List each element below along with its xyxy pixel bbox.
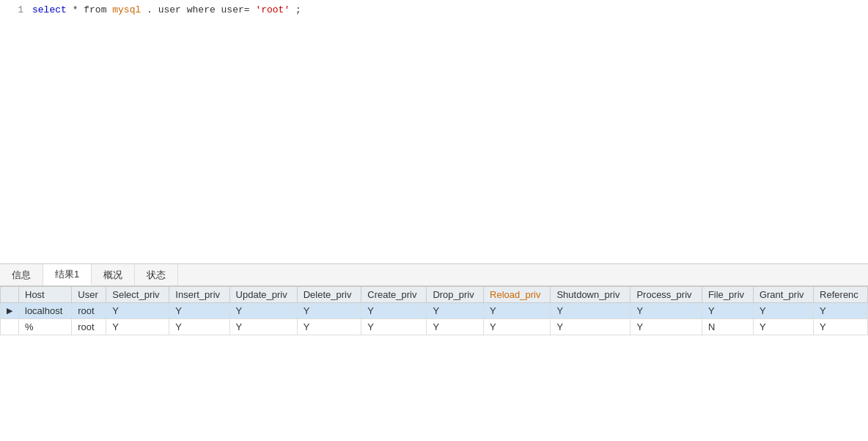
- table-row[interactable]: %rootYYYYYYYYYNYY: [1, 319, 868, 335]
- cell-select_priv: Y: [106, 303, 169, 319]
- cell-grant_priv: Y: [753, 319, 813, 335]
- cell-host: %: [19, 319, 72, 335]
- cell-shutdown_priv: Y: [551, 319, 630, 335]
- cell-update_priv: Y: [229, 319, 297, 335]
- cell-file_priv: Y: [702, 303, 753, 319]
- tab-overview[interactable]: 概况: [92, 264, 135, 285]
- col-header-update-priv: Update_priv: [229, 287, 297, 303]
- cell-host: localhost: [19, 303, 72, 319]
- col-header-process-priv: Process_priv: [630, 287, 702, 303]
- col-header-grant-priv: Grant_priv: [753, 287, 813, 303]
- cell-insert_priv: Y: [169, 319, 229, 335]
- results-table-container[interactable]: Host User Select_priv Insert_priv Update…: [0, 286, 868, 441]
- sql-editor[interactable]: 1 select * from mysql . user where user=…: [0, 0, 868, 264]
- tab-status[interactable]: 状态: [135, 264, 178, 285]
- cell-drop_priv: Y: [427, 319, 484, 335]
- cell-update_priv: Y: [229, 303, 297, 319]
- table-header-row: Host User Select_priv Insert_priv Update…: [1, 287, 868, 303]
- col-header-user: User: [72, 287, 106, 303]
- col-header-host: Host: [19, 287, 72, 303]
- cell-reload_priv: Y: [484, 319, 551, 335]
- cell-referenc: Y: [814, 303, 868, 319]
- col-header-file-priv: File_priv: [702, 287, 753, 303]
- sql-table: user: [158, 4, 181, 15]
- sql-string-value: 'root': [255, 4, 290, 15]
- cell-user: root: [72, 303, 106, 319]
- col-header-insert-priv: Insert_priv: [169, 287, 229, 303]
- cell-select_priv: Y: [106, 319, 169, 335]
- col-header-drop-priv: Drop_priv: [427, 287, 484, 303]
- cell-indicator: ▶: [1, 303, 19, 319]
- sql-where: where user=: [187, 4, 250, 15]
- tabs-bar: 信息 结果1 概况 状态: [0, 264, 868, 286]
- cell-insert_priv: Y: [169, 303, 229, 319]
- cell-delete_priv: Y: [297, 319, 361, 335]
- results-table: Host User Select_priv Insert_priv Update…: [0, 286, 868, 335]
- cell-delete_priv: Y: [297, 303, 361, 319]
- cell-create_priv: Y: [361, 319, 427, 335]
- tab-info[interactable]: 信息: [0, 264, 43, 285]
- table-row[interactable]: ▶localhostrootYYYYYYYYYYYY: [1, 303, 868, 319]
- cell-reload_priv: Y: [484, 303, 551, 319]
- col-header-shutdown-priv: Shutdown_priv: [551, 287, 630, 303]
- cell-create_priv: Y: [361, 303, 427, 319]
- cell-shutdown_priv: Y: [551, 303, 630, 319]
- keyword-select: select: [32, 4, 67, 15]
- col-header-delete-priv: Delete_priv: [297, 287, 361, 303]
- code-content: select * from mysql . user where user= '…: [32, 3, 301, 18]
- cell-referenc: Y: [814, 319, 868, 335]
- code-line-1: 1 select * from mysql . user where user=…: [0, 3, 868, 18]
- bottom-area: 信息 结果1 概况 状态 Host User Select_priv Inser…: [0, 264, 868, 441]
- col-header-indicator: [1, 287, 19, 303]
- cell-process_priv: Y: [630, 319, 702, 335]
- col-header-create-priv: Create_priv: [361, 287, 427, 303]
- sql-star: *: [73, 4, 84, 15]
- sql-schema: mysql: [112, 4, 141, 15]
- col-header-reload-priv: Reload_priv: [484, 287, 551, 303]
- cell-file_priv: N: [702, 319, 753, 335]
- sql-dot: .: [147, 4, 152, 15]
- col-header-referenc: Referenc: [814, 287, 868, 303]
- cell-user: root: [72, 319, 106, 335]
- table-body: ▶localhostrootYYYYYYYYYYYY%rootYYYYYYYYY…: [1, 303, 868, 335]
- sql-semicolon: ;: [295, 4, 301, 15]
- line-number: 1: [6, 3, 23, 18]
- cell-indicator: [1, 319, 19, 335]
- keyword-from: from: [84, 4, 106, 15]
- cell-drop_priv: Y: [427, 303, 484, 319]
- cell-grant_priv: Y: [753, 303, 813, 319]
- col-header-select-priv: Select_priv: [106, 287, 169, 303]
- tab-result1[interactable]: 结果1: [43, 264, 92, 285]
- cell-process_priv: Y: [630, 303, 702, 319]
